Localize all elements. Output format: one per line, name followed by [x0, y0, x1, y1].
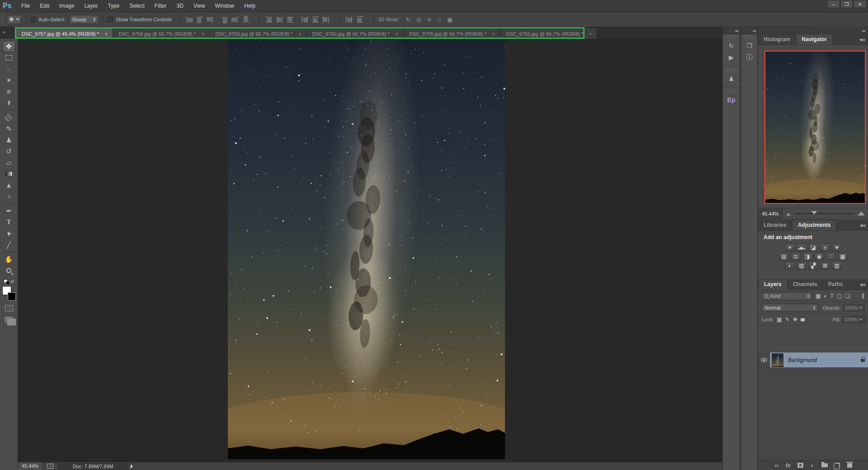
opacity-dropdown[interactable]: 100% [843, 304, 865, 311]
tab-libraries[interactable]: Libraries [758, 220, 792, 230]
crop-tool[interactable]: # [3, 86, 15, 97]
info-panel-icon[interactable]: ⓘ [741, 52, 757, 63]
status-menu-arrow-icon[interactable] [131, 464, 135, 469]
brush-tool[interactable]: ✎ [3, 123, 15, 134]
menu-edit[interactable]: Edit [35, 0, 54, 11]
dock-collapse-icon[interactable]: ▸▸ [758, 27, 868, 34]
filter-pixel-icon[interactable]: ▦ [816, 293, 821, 299]
auto-select-checkbox[interactable] [30, 17, 36, 22]
new-layer-icon[interactable] [835, 463, 840, 468]
document-tab-2[interactable]: DSC_9758.jpg @ 66.7% (RGB/8) * × [113, 28, 210, 39]
tab-adjustments[interactable]: Adjustments [792, 220, 837, 230]
filter-smart-object-icon[interactable]: ❏ [845, 293, 850, 299]
lock-all-icon[interactable] [801, 316, 805, 323]
menu-filter[interactable]: Filter [150, 0, 172, 11]
tab-paths[interactable]: Paths [823, 279, 849, 290]
tab-close-icon[interactable]: × [588, 31, 593, 37]
tab-navigator[interactable]: Navigator [796, 34, 832, 45]
tab-close-icon[interactable]: × [104, 31, 109, 37]
panel-menu-icon[interactable]: ▾≡ [860, 282, 866, 288]
zoom-out-icon[interactable] [786, 211, 791, 217]
foreground-background-swatches[interactable] [2, 286, 16, 301]
tab-close-icon[interactable]: × [297, 31, 302, 37]
hue-saturation-icon[interactable]: ▤ [779, 253, 789, 260]
document-image-milky-way[interactable] [228, 40, 505, 459]
tab-close-icon[interactable]: × [200, 31, 206, 37]
clone-stamp-tool[interactable]: ♟ [3, 134, 15, 146]
menu-image[interactable]: Image [54, 0, 79, 11]
distribute-spacing-horizontal-icon[interactable] [356, 16, 363, 24]
collapse-to-icons-icon[interactable]: ◂◂ [741, 27, 757, 34]
lasso-tool[interactable]: ◌ [3, 63, 15, 75]
panel-menu-icon[interactable]: ▾≡ [860, 37, 865, 43]
filter-shape-icon[interactable]: ▢ [837, 293, 842, 299]
distribute-right-edges-icon[interactable] [322, 16, 330, 23]
document-tab-6[interactable]: DSC_9756.jpg @ 66.7% (RGB/8) * × [500, 28, 597, 39]
gradient-tool[interactable] [3, 168, 15, 179]
background-color-swatch[interactable] [8, 292, 16, 301]
path-selection-tool[interactable]: ➤ [3, 228, 15, 239]
align-bottom-edges-icon[interactable] [206, 16, 214, 23]
dodge-tool[interactable]: ♀ [3, 191, 15, 202]
threshold-icon[interactable]: ▞ [808, 262, 818, 269]
lock-position-icon[interactable]: ✥ [793, 316, 797, 323]
levels-icon[interactable]: ▂▅▂ [797, 244, 807, 251]
zoom-in-icon[interactable] [858, 211, 865, 217]
distribute-spacing-vertical-icon[interactable] [345, 16, 353, 23]
close-button[interactable]: ✕ [854, 0, 866, 8]
line-tool[interactable]: ╱ [3, 239, 15, 250]
canvas-pasteboard[interactable] [18, 39, 722, 462]
tab-channels[interactable]: Channels [788, 279, 823, 290]
tab-close-icon[interactable]: × [394, 31, 399, 37]
slide-3d-icon[interactable]: ◇ [437, 16, 442, 23]
filter-toggle-switch[interactable] [861, 293, 865, 299]
move-tool[interactable]: ✥ [3, 41, 15, 52]
navigator-thumbnail[interactable] [764, 51, 866, 204]
status-zoom-field[interactable]: 45.44% [18, 462, 42, 470]
zoom-slider-thumb[interactable] [811, 211, 817, 217]
document-tab-4[interactable]: DSC_9760.jpg @ 66.7% (RGB/8) * × [307, 28, 404, 39]
color-balance-icon[interactable]: ⚖ [791, 253, 801, 260]
type-tool[interactable]: T [3, 216, 15, 228]
fill-dropdown[interactable]: 100% [842, 316, 865, 323]
actions-panel-icon[interactable]: ▶ [723, 52, 740, 63]
gradient-map-icon[interactable]: ⊠ [820, 262, 830, 269]
document-size-field[interactable]: Doc: 7.89M/7.89M [58, 463, 128, 470]
document-tab-5[interactable]: DSC_9755.jpg @ 66.7% (RGB/8) * × [404, 28, 500, 39]
posterize-icon[interactable]: ▨ [797, 262, 807, 269]
properties-panel-icon[interactable]: ❒ [741, 40, 757, 52]
selective-color-icon[interactable]: ▥ [832, 262, 842, 269]
menu-select[interactable]: Select [124, 0, 149, 11]
document-tab-3[interactable]: DSC_9759.jpg @ 66.7% (RGB/8) * × [210, 28, 307, 39]
color-swatch-controls[interactable]: ⇄ [3, 279, 15, 285]
distribute-bottom-edges-icon[interactable] [286, 16, 294, 23]
selected-layer[interactable]: Background [770, 352, 868, 367]
align-right-edges-icon[interactable] [242, 16, 250, 23]
exposure-icon[interactable]: ± [820, 244, 830, 251]
quick-mask-button[interactable] [5, 305, 13, 311]
delete-layer-icon[interactable] [847, 463, 852, 468]
link-layers-icon[interactable]: ∞ [774, 462, 778, 469]
share-icon[interactable]: ↗ [47, 464, 53, 469]
eraser-tool[interactable]: ▱ [3, 157, 15, 168]
align-top-edges-icon[interactable] [185, 16, 193, 23]
distribute-horizontal-centers-icon[interactable] [312, 16, 319, 24]
distribute-left-edges-icon[interactable] [301, 16, 309, 23]
history-brush-tool[interactable]: ↺ [3, 146, 15, 157]
camera-3d-icon[interactable]: ▣ [447, 16, 453, 23]
panel-menu-icon[interactable]: ▾≡ [860, 223, 866, 229]
spot-healing-brush-tool[interactable]: ◫ [3, 112, 15, 123]
rectangular-marquee-tool[interactable] [3, 52, 15, 63]
channel-mixer-icon[interactable]: ∴ [826, 253, 836, 260]
invert-icon[interactable]: ◐ [785, 262, 795, 269]
screen-mode-button[interactable] [5, 317, 13, 323]
add-layer-mask-icon[interactable] [797, 463, 803, 468]
menu-view[interactable]: View [189, 0, 210, 11]
auto-select-target-dropdown[interactable]: Group [69, 15, 99, 24]
curves-icon[interactable]: ◪ [808, 244, 818, 251]
distribute-top-edges-icon[interactable] [265, 16, 273, 23]
current-tool-chip[interactable]: ✥ [7, 15, 22, 24]
eye-icon[interactable] [761, 358, 767, 362]
toolbar-collapse-icon[interactable]: » [3, 29, 5, 35]
extensions-panel-icon[interactable]: Ep [723, 94, 740, 106]
